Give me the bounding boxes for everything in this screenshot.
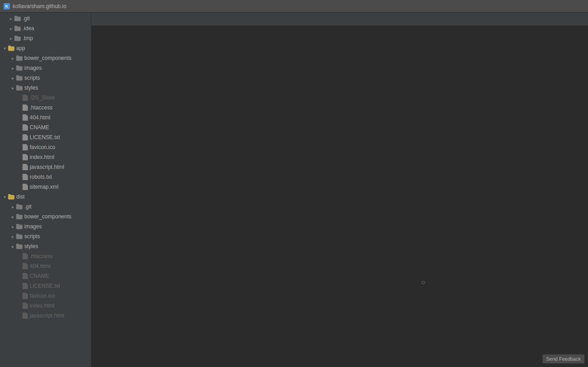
app-icon: K xyxy=(4,3,10,9)
arrow-icon xyxy=(10,85,15,91)
list-item[interactable]: CNAME xyxy=(0,122,91,132)
list-item[interactable]: LICENSE.txt xyxy=(0,281,91,291)
file-icon xyxy=(23,114,28,121)
item-label: CNAME xyxy=(30,124,49,131)
arrow-icon xyxy=(10,214,15,219)
list-item[interactable]: .tmp xyxy=(0,33,91,43)
send-feedback-button[interactable]: Send Feedback xyxy=(543,354,584,363)
list-item[interactable]: styles xyxy=(0,83,91,93)
list-item[interactable]: .DS_Store xyxy=(0,93,91,103)
list-item[interactable]: .git xyxy=(0,14,91,23)
list-item[interactable]: LICENSE.txt xyxy=(0,132,91,142)
list-item[interactable]: scripts xyxy=(0,231,91,241)
list-item[interactable]: bower_components xyxy=(0,212,91,222)
list-item[interactable]: styles xyxy=(0,241,91,251)
item-label: favicon.ico xyxy=(30,293,55,299)
arrow-icon xyxy=(10,204,15,209)
folder-icon xyxy=(16,234,23,239)
list-item[interactable]: bower_components xyxy=(0,53,91,63)
item-label: .git xyxy=(24,204,32,210)
arrow-icon xyxy=(10,234,15,239)
list-item[interactable]: favicon.ico xyxy=(0,142,91,152)
list-item[interactable]: sitemap.xml xyxy=(0,182,91,192)
list-item[interactable]: images xyxy=(0,63,91,73)
arrow-icon xyxy=(8,26,14,31)
list-item[interactable]: favicon.ico xyxy=(0,291,91,301)
main-layout: .git .idea .tmp app bower_components xyxy=(0,13,588,367)
list-item[interactable]: 404.html xyxy=(0,113,91,122)
content-toolbar xyxy=(91,13,588,26)
arrow-icon xyxy=(8,16,14,21)
arrow-icon xyxy=(10,55,15,61)
folder-icon xyxy=(16,244,23,249)
title-bar-text: kollavarsham.github.io xyxy=(13,3,66,9)
item-label: images xyxy=(24,65,42,71)
list-item[interactable]: index.html xyxy=(0,301,91,311)
item-label: scripts xyxy=(24,75,40,81)
list-item[interactable]: .htaccess xyxy=(0,103,91,113)
list-item[interactable]: images xyxy=(0,222,91,231)
file-icon xyxy=(23,303,28,309)
arrow-icon xyxy=(10,65,15,71)
list-item[interactable]: .idea xyxy=(0,23,91,33)
arrow-icon xyxy=(10,224,15,229)
item-label: 404.html xyxy=(30,114,50,121)
folder-icon xyxy=(14,26,21,31)
list-item[interactable]: .git xyxy=(0,202,91,212)
file-icon xyxy=(23,124,28,131)
folder-icon xyxy=(16,224,23,229)
list-item[interactable]: index.html xyxy=(0,152,91,162)
list-item[interactable]: scripts xyxy=(0,73,91,83)
file-icon xyxy=(23,273,28,279)
folder-icon xyxy=(16,75,23,81)
item-label: robots.txt xyxy=(30,174,52,180)
arrow-icon xyxy=(10,75,15,81)
file-icon xyxy=(23,134,28,140)
item-label: CNAME xyxy=(30,273,49,279)
item-label: favicon.ico xyxy=(30,144,55,150)
folder-icon xyxy=(16,55,23,61)
arrow-icon xyxy=(8,36,14,41)
file-icon xyxy=(23,283,28,289)
item-label: app xyxy=(16,45,25,51)
file-icon xyxy=(23,263,28,269)
file-icon xyxy=(23,154,28,160)
folder-icon xyxy=(14,16,21,21)
folder-icon xyxy=(8,45,14,51)
item-label: styles xyxy=(24,85,38,91)
item-label: LICENSE.txt xyxy=(30,283,60,289)
item-label: bower_components xyxy=(24,213,72,220)
arrow-icon xyxy=(10,244,15,249)
item-label: bower_components xyxy=(24,55,72,61)
folder-icon xyxy=(16,85,23,91)
item-label: .htaccess xyxy=(30,104,53,111)
item-label: .git xyxy=(23,15,30,22)
file-icon xyxy=(23,104,28,111)
file-tree: .git .idea .tmp app bower_components xyxy=(0,13,91,367)
file-icon xyxy=(23,95,28,101)
item-label: images xyxy=(24,223,42,230)
item-label: javascript.html xyxy=(30,313,64,319)
folder-icon xyxy=(8,194,14,199)
item-label: styles xyxy=(24,243,38,249)
list-item[interactable]: javascript.html xyxy=(0,311,91,321)
list-item[interactable]: javascript.html xyxy=(0,162,91,172)
list-item[interactable]: app xyxy=(0,43,91,53)
cursor xyxy=(421,278,428,285)
list-item[interactable]: dist xyxy=(0,192,91,202)
file-icon xyxy=(23,144,28,150)
list-item[interactable]: CNAME xyxy=(0,271,91,281)
folder-icon xyxy=(16,65,23,71)
list-item[interactable]: .htaccess xyxy=(0,251,91,261)
item-label: index.html xyxy=(30,154,54,160)
title-bar: K kollavarsham.github.io xyxy=(0,0,588,13)
file-icon xyxy=(23,174,28,180)
file-icon xyxy=(23,313,28,319)
list-item[interactable]: 404.html xyxy=(0,261,91,271)
list-item[interactable]: robots.txt xyxy=(0,172,91,182)
item-label: .idea xyxy=(23,25,34,32)
arrow-icon xyxy=(2,194,7,199)
folder-icon xyxy=(14,36,21,41)
item-label: 404.html xyxy=(30,263,50,269)
item-label: index.html xyxy=(30,303,54,309)
